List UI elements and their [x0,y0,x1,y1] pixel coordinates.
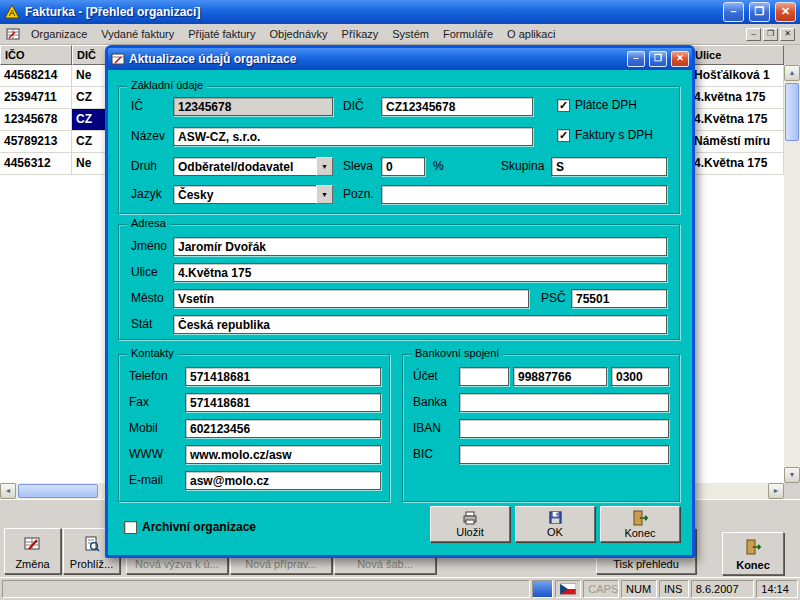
www-field[interactable] [185,445,381,464]
nova-sablona-label: Nová šab... [357,558,413,570]
cell-ico[interactable]: 12345678 [0,109,72,131]
mdi-restore-icon[interactable]: ❐ [763,28,778,41]
archivni-organizace-checkbox[interactable]: Archivní organizace [124,520,256,534]
menu-item-system[interactable]: Systém [385,26,436,42]
menu-item-prijate-faktury[interactable]: Přijaté faktury [181,26,262,42]
group-zakladni-label: Základní údaje [127,79,207,91]
dialog-title: Aktualizace údajů organizace [129,52,623,66]
druh-value[interactable]: Odběratel/dodavatel [173,157,316,176]
dialog-minimize-button[interactable] [627,51,645,67]
vertical-scrollbar[interactable] [784,65,800,483]
menu-item-objednavky[interactable]: Objednávky [262,26,334,42]
status-accent-panel [532,580,554,598]
cell-ulice[interactable]: 4.Května 175 [690,153,784,175]
column-header-ico[interactable]: IČO [0,45,72,65]
nova-vyzva-label: Nová výzva k ú... [135,558,219,570]
cell-ulice[interactable]: 4.Května 175 [690,109,784,131]
jmeno-label: Jméno [131,239,167,253]
dialog-titlebar: Aktualizace údajů organizace [108,48,692,70]
konec-button-dialog[interactable]: Konec [600,506,680,542]
close-button[interactable] [775,2,796,22]
mesto-field[interactable] [173,289,529,308]
iban-field[interactable] [459,419,669,438]
app-icon: A [4,4,20,20]
scroll-down-icon[interactable] [784,467,800,483]
ok-button[interactable]: OK [515,506,595,542]
group-kontakty-label: Kontakty [127,347,178,359]
nazev-field[interactable] [173,127,533,146]
mdi-close-icon[interactable]: ✕ [780,28,795,41]
minimize-button[interactable] [723,2,744,22]
jmeno-field[interactable] [173,237,667,256]
mdi-child-icon [2,27,24,41]
skupina-field[interactable] [551,157,667,176]
status-main-panel [2,580,530,598]
sleva-label: Sleva [343,159,373,173]
scroll-left-icon[interactable] [0,483,16,499]
ic-label: IČ [131,99,143,113]
zmena-button[interactable]: Změna [4,528,61,574]
konec-button-main[interactable]: Konec [722,532,784,575]
group-banka-label: Bankovní spojení [411,347,503,359]
edit-grid-icon [24,532,42,556]
scrollbar-corner [784,483,800,499]
prohlizet-label: Prohlíž... [70,558,113,570]
cell-ulice[interactable]: 4.května 175 [690,87,784,109]
menu-item-organizace[interactable]: Organizace [24,26,94,42]
bic-field[interactable] [459,445,669,464]
menu-item-vydane-faktury[interactable]: Vydané faktury [94,26,181,42]
platce-dph-checkbox[interactable]: ✓ Plátce DPH [557,98,637,112]
banka-field[interactable] [459,393,669,412]
email-field[interactable] [185,471,381,490]
group-adresa-label: Adresa [127,217,170,229]
scroll-right-icon[interactable] [768,483,784,499]
druh-label: Druh [131,159,157,173]
cell-ico[interactable]: 44568214 [0,65,72,87]
menu-item-o-aplikaci[interactable]: O aplikaci [500,26,562,42]
checkbox-check-icon: ✓ [557,99,570,112]
cell-ulice[interactable]: Hošťálková 1 [690,65,784,87]
scroll-up-icon[interactable] [784,65,800,81]
chevron-down-icon[interactable] [316,185,333,204]
pozn-label: Pozn. [343,187,374,201]
window-title: Fakturka - [Přehled organizací] [25,5,718,19]
ulozit-button[interactable]: Uložit [430,506,510,542]
druh-select[interactable]: Odběratel/dodavatel [173,157,333,176]
bic-label: BIC [413,447,433,461]
mdi-minimize-icon[interactable]: – [746,28,761,41]
cell-ico[interactable]: 45789213 [0,131,72,153]
status-bar: CAPS NUM INS 8.6.2007 14:14 [0,577,800,600]
konec-dialog-label: Konec [624,527,655,539]
mesto-label: Město [131,291,164,305]
menu-item-prikazy[interactable]: Příkazy [335,26,386,42]
pozn-field[interactable] [381,185,667,204]
mobil-field[interactable] [185,419,381,438]
faktury-dph-checkbox[interactable]: ✓ Faktury s DPH [557,128,653,142]
telefon-label: Telefon [129,369,168,383]
telefon-field[interactable] [185,367,381,386]
horizontal-scroll-thumb[interactable] [18,484,98,498]
fax-field[interactable] [185,393,381,412]
dic-field[interactable] [381,97,533,116]
vertical-scroll-thumb[interactable] [785,83,799,141]
menu-item-formulare[interactable]: Formuláře [436,26,500,42]
menu-bar: Organizace Vydané faktury Přijaté faktur… [0,24,800,45]
cell-ico[interactable]: 4456312 [0,153,72,175]
cell-ico[interactable]: 25394711 [0,87,72,109]
zmena-label: Změna [15,558,49,570]
ulice-field[interactable] [173,263,667,282]
ucet-kod-banky-field[interactable] [611,367,669,386]
psc-field[interactable] [571,289,667,308]
jazyk-select[interactable]: Česky [173,185,333,204]
dialog-close-button[interactable] [671,51,689,67]
cell-ulice[interactable]: Náměstí míru [690,131,784,153]
ucet-cislo-field[interactable] [513,367,607,386]
sleva-field[interactable] [381,157,425,176]
jazyk-value[interactable]: Česky [173,185,316,204]
chevron-down-icon[interactable] [316,157,333,176]
stat-field[interactable] [173,315,667,334]
dialog-maximize-button[interactable] [649,51,667,67]
ucet-predcisli-field[interactable] [459,367,509,386]
maximize-button[interactable] [749,2,770,22]
column-header-ulice[interactable]: Ulice [690,45,784,65]
